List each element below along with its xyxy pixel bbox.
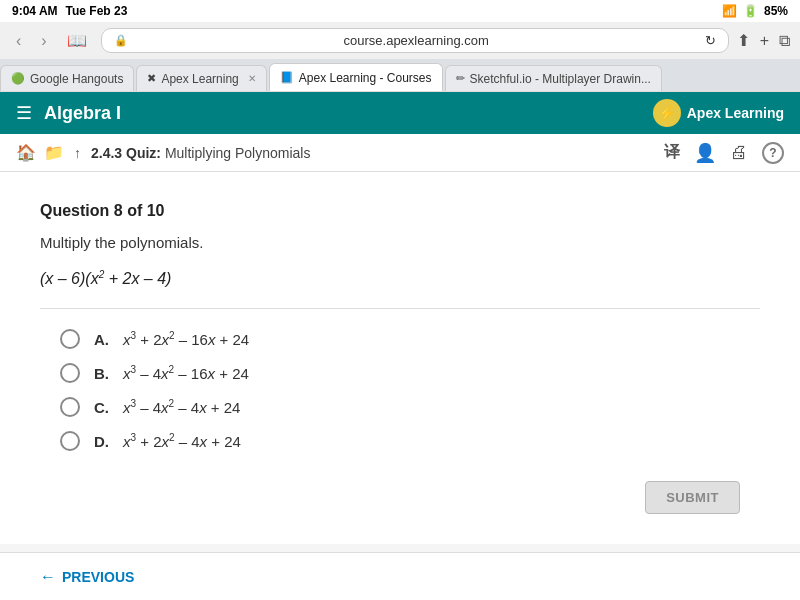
- option-c-label: C.: [94, 399, 109, 416]
- apex-courses-favicon: 📘: [280, 71, 294, 84]
- question-header: Question 8 of 10: [40, 202, 760, 220]
- option-b-label: B.: [94, 365, 109, 382]
- prev-arrow-icon: ←: [40, 568, 56, 586]
- tab-hangouts-label: Google Hangouts: [30, 72, 123, 86]
- tab-sketchful-label: Sketchful.io - Multiplayer Drawin...: [470, 72, 651, 86]
- tab-apex-label: Apex Learning: [161, 72, 238, 86]
- quiz-label: 2.4.3 Quiz:: [91, 145, 161, 161]
- forward-button[interactable]: ›: [35, 30, 52, 52]
- submit-row: SUBMIT: [40, 481, 760, 514]
- tab-apex-courses[interactable]: 📘 Apex Learning - Courses: [269, 63, 443, 91]
- option-b[interactable]: B. x3 – 4x2 – 16x + 24: [60, 363, 760, 383]
- url-text: course.apexlearning.com: [134, 33, 699, 48]
- tabs-button[interactable]: ⧉: [779, 32, 790, 50]
- home-icon[interactable]: 🏠: [16, 143, 36, 162]
- app-header: ☰ Algebra I ⚡ Apex Learning: [0, 92, 800, 134]
- footer-bar: ← PREVIOUS: [0, 552, 800, 600]
- option-a-label: A.: [94, 331, 109, 348]
- apex-logo-text: Apex Learning: [687, 105, 784, 121]
- status-bar-right: 📶 🔋 85%: [722, 4, 788, 18]
- print-icon[interactable]: 🖨: [730, 142, 748, 163]
- divider: [40, 308, 760, 309]
- nav-bar: ‹ › 📖 🔒 course.apexlearning.com ↻ ⬆ + ⧉: [0, 22, 800, 59]
- quiz-name: Multiplying Polynomials: [165, 145, 311, 161]
- radio-b[interactable]: [60, 363, 80, 383]
- prev-label: PREVIOUS: [62, 569, 134, 585]
- browser-chrome: ‹ › 📖 🔒 course.apexlearning.com ↻ ⬆ + ⧉ …: [0, 22, 800, 92]
- option-b-text: x3 – 4x2 – 16x + 24: [123, 364, 249, 382]
- app-header-left: ☰ Algebra I: [16, 102, 121, 124]
- reader-button[interactable]: 📖: [61, 29, 93, 52]
- tab-apex-close[interactable]: ✕: [248, 73, 256, 84]
- apex-logo: ⚡ Apex Learning: [653, 99, 784, 127]
- radio-a[interactable]: [60, 329, 80, 349]
- status-date: Tue Feb 23: [66, 4, 128, 18]
- breadcrumb-right: 译 👤 🖨 ?: [664, 142, 784, 164]
- status-time: 9:04 AM: [12, 4, 58, 18]
- question-instruction: Multiply the polynomials.: [40, 234, 760, 251]
- tab-sketchful[interactable]: ✏ Sketchful.io - Multiplayer Drawin...: [445, 65, 662, 91]
- tab-apex-courses-label: Apex Learning - Courses: [299, 71, 432, 85]
- option-c-text: x3 – 4x2 – 4x + 24: [123, 398, 240, 416]
- app-title: Algebra I: [44, 103, 121, 124]
- radio-c[interactable]: [60, 397, 80, 417]
- sketchful-favicon: ✏: [456, 72, 465, 85]
- option-a-text: x3 + 2x2 – 16x + 24: [123, 330, 249, 348]
- status-bar-left: 9:04 AM Tue Feb 23: [12, 4, 127, 18]
- option-d-text: x3 + 2x2 – 4x + 24: [123, 432, 241, 450]
- refresh-button[interactable]: ↻: [705, 33, 716, 48]
- breadcrumb-left: 🏠 📁 ↑ 2.4.3 Quiz: Multiplying Polynomial…: [16, 143, 310, 162]
- folder-icon[interactable]: 📁: [44, 143, 64, 162]
- apex-favicon: ✖: [147, 72, 156, 85]
- tab-apex[interactable]: ✖ Apex Learning ✕: [136, 65, 266, 91]
- option-d-label: D.: [94, 433, 109, 450]
- option-c[interactable]: C. x3 – 4x2 – 4x + 24: [60, 397, 760, 417]
- option-a[interactable]: A. x3 + 2x2 – 16x + 24: [60, 329, 760, 349]
- hamburger-menu[interactable]: ☰: [16, 102, 32, 124]
- tab-hangouts[interactable]: 🟢 Google Hangouts: [0, 65, 134, 91]
- wifi-icon: 📶: [722, 4, 737, 18]
- battery-icon: 🔋: [743, 4, 758, 18]
- status-bar: 9:04 AM Tue Feb 23 📶 🔋 85%: [0, 0, 800, 22]
- question-expression: (x – 6)(x2 + 2x – 4): [40, 269, 760, 288]
- tabs-bar: 🟢 Google Hangouts ✖ Apex Learning ✕ 📘 Ap…: [0, 59, 800, 91]
- breadcrumb-text: 2.4.3 Quiz: Multiplying Polynomials: [91, 145, 310, 161]
- main-content: Question 8 of 10 Multiply the polynomial…: [0, 172, 800, 544]
- person-icon[interactable]: 👤: [694, 142, 716, 164]
- breadcrumb-icons: 🏠 📁: [16, 143, 64, 162]
- share-button[interactable]: ⬆: [737, 31, 750, 50]
- apex-logo-icon: ⚡: [653, 99, 681, 127]
- hangouts-favicon: 🟢: [11, 72, 25, 85]
- option-d[interactable]: D. x3 + 2x2 – 4x + 24: [60, 431, 760, 451]
- battery-level: 85%: [764, 4, 788, 18]
- breadcrumb-up-arrow: ↑: [74, 145, 81, 161]
- submit-button[interactable]: SUBMIT: [645, 481, 740, 514]
- breadcrumb-bar: 🏠 📁 ↑ 2.4.3 Quiz: Multiplying Polynomial…: [0, 134, 800, 172]
- previous-button[interactable]: ← PREVIOUS: [40, 568, 134, 586]
- address-bar[interactable]: 🔒 course.apexlearning.com ↻: [101, 28, 729, 53]
- help-icon[interactable]: ?: [762, 142, 784, 164]
- radio-d[interactable]: [60, 431, 80, 451]
- browser-actions: ⬆ + ⧉: [737, 31, 790, 50]
- back-button[interactable]: ‹: [10, 30, 27, 52]
- translate-icon[interactable]: 译: [664, 142, 680, 163]
- lock-icon: 🔒: [114, 34, 128, 47]
- new-tab-button[interactable]: +: [760, 32, 769, 50]
- answer-options: A. x3 + 2x2 – 16x + 24 B. x3 – 4x2 – 16x…: [40, 329, 760, 451]
